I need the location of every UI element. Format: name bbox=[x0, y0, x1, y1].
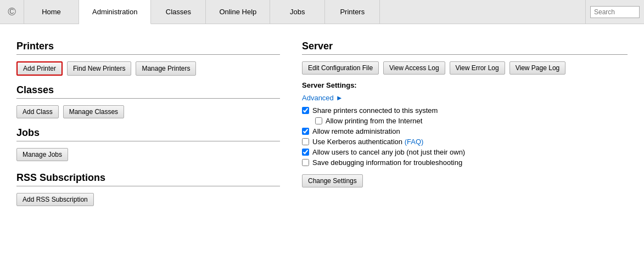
printers-divider bbox=[16, 54, 280, 55]
nav-tab-jobs[interactable]: Jobs bbox=[270, 0, 325, 24]
printers-button-group: Add Printer Find New Printers Manage Pri… bbox=[16, 61, 280, 76]
nav-tab-home[interactable]: Home bbox=[24, 0, 79, 24]
server-heading: Server bbox=[302, 41, 628, 52]
manage-classes-button[interactable]: Manage Classes bbox=[63, 105, 124, 118]
find-new-printers-button[interactable]: Find New Printers bbox=[67, 61, 131, 76]
advanced-link[interactable]: Advanced ► bbox=[302, 94, 628, 102]
change-settings-button[interactable]: Change Settings bbox=[302, 174, 363, 187]
save-debug-label: Save debugging information for troublesh… bbox=[312, 158, 462, 167]
setting-share-printers: Share printers connected to this system bbox=[302, 106, 628, 115]
printers-section: Printers Add Printer Find New Printers M… bbox=[16, 41, 280, 76]
setting-allow-cancel: Allow users to cancel any job (not just … bbox=[302, 148, 628, 156]
right-column: Server Edit Configuration File View Acce… bbox=[302, 35, 628, 215]
save-debug-checkbox[interactable] bbox=[302, 159, 309, 166]
setting-allow-internet: Allow printing from the Internet bbox=[302, 117, 628, 125]
nav-tabs: Home Administration Classes Online Help … bbox=[24, 0, 585, 24]
allow-internet-label: Allow printing from the Internet bbox=[326, 117, 422, 125]
server-settings-label: Server Settings: bbox=[302, 81, 628, 89]
faq-link[interactable]: (FAQ) bbox=[405, 138, 424, 146]
manage-printers-button[interactable]: Manage Printers bbox=[136, 61, 196, 76]
server-button-group: Edit Configuration File View Access Log … bbox=[302, 61, 628, 75]
allow-remote-label: Allow remote administration bbox=[312, 127, 400, 135]
nav-tab-onlinehelp[interactable]: Online Help bbox=[206, 0, 270, 24]
rss-heading: RSS Subscriptions bbox=[16, 172, 280, 184]
allow-remote-checkbox[interactable] bbox=[302, 128, 309, 135]
server-section: Server Edit Configuration File View Acce… bbox=[302, 41, 628, 187]
add-printer-button[interactable]: Add Printer bbox=[16, 61, 63, 76]
logo-icon: © bbox=[0, 0, 24, 24]
allow-internet-checkbox[interactable] bbox=[315, 117, 322, 124]
view-access-log-button[interactable]: View Access Log bbox=[383, 61, 445, 75]
use-kerberos-checkbox[interactable] bbox=[302, 138, 309, 145]
jobs-heading: Jobs bbox=[16, 127, 280, 139]
share-printers-checkbox[interactable] bbox=[302, 107, 309, 114]
edit-config-button[interactable]: Edit Configuration File bbox=[302, 61, 379, 75]
nav-tab-printers[interactable]: Printers bbox=[325, 0, 380, 24]
add-rss-subscription-button[interactable]: Add RSS Subscription bbox=[16, 193, 94, 206]
jobs-button-group: Manage Jobs bbox=[16, 148, 280, 161]
advanced-arrow-icon: ► bbox=[336, 94, 343, 102]
jobs-divider bbox=[16, 141, 280, 141]
allow-cancel-checkbox[interactable] bbox=[302, 149, 309, 156]
classes-heading: Classes bbox=[16, 84, 280, 96]
nav-tab-administration[interactable]: Administration bbox=[79, 0, 151, 24]
view-page-log-button[interactable]: View Page Log bbox=[509, 61, 566, 75]
main-content: Printers Add Printer Find New Printers M… bbox=[0, 24, 644, 226]
use-kerberos-label: Use Kerberos authentication (FAQ) bbox=[312, 138, 423, 146]
search-input[interactable] bbox=[590, 6, 640, 18]
classes-divider bbox=[16, 98, 280, 99]
nav-tab-classes[interactable]: Classes bbox=[151, 0, 206, 24]
allow-cancel-label: Allow users to cancel any job (not just … bbox=[312, 148, 465, 156]
add-class-button[interactable]: Add Class bbox=[16, 105, 59, 118]
server-settings-list: Share printers connected to this system … bbox=[302, 106, 628, 167]
server-divider bbox=[302, 54, 628, 55]
view-error-log-button[interactable]: View Error Log bbox=[450, 61, 505, 75]
jobs-section: Jobs Manage Jobs bbox=[16, 127, 280, 161]
classes-button-group: Add Class Manage Classes bbox=[16, 105, 280, 118]
rss-divider bbox=[16, 186, 280, 186]
rss-section: RSS Subscriptions Add RSS Subscription bbox=[16, 172, 280, 206]
share-printers-label: Share printers connected to this system bbox=[312, 106, 438, 115]
rss-button-group: Add RSS Subscription bbox=[16, 193, 280, 206]
classes-section: Classes Add Class Manage Classes bbox=[16, 84, 280, 118]
search-container bbox=[585, 0, 644, 24]
printers-heading: Printers bbox=[16, 41, 280, 52]
setting-save-debug: Save debugging information for troublesh… bbox=[302, 158, 628, 167]
setting-allow-remote: Allow remote administration bbox=[302, 127, 628, 135]
manage-jobs-button[interactable]: Manage Jobs bbox=[16, 148, 68, 161]
left-column: Printers Add Printer Find New Printers M… bbox=[16, 35, 280, 215]
nav-bar: © Home Administration Classes Online Hel… bbox=[0, 0, 644, 24]
setting-use-kerberos: Use Kerberos authentication (FAQ) bbox=[302, 138, 628, 146]
